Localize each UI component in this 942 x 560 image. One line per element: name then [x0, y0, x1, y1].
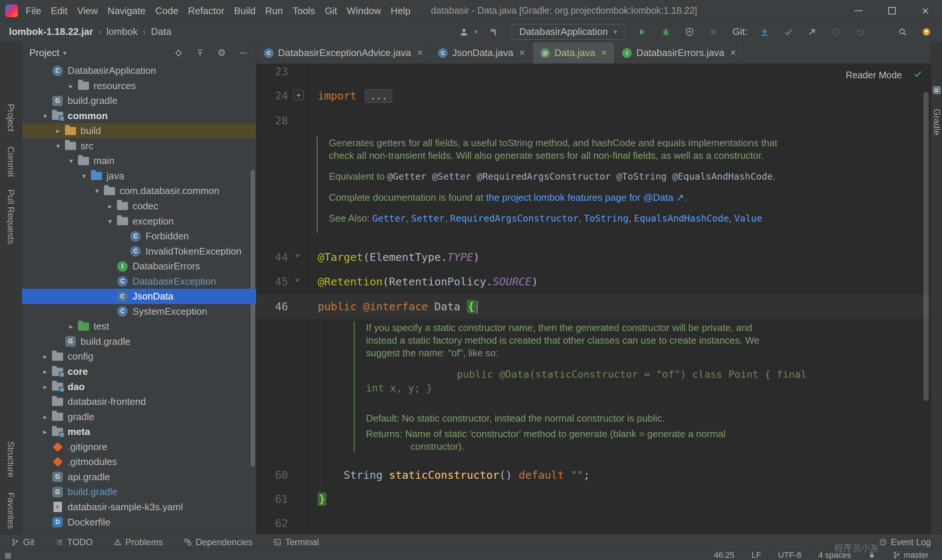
menu-run[interactable]: Run — [260, 0, 288, 22]
breadcrumb-item[interactable]: lombok — [106, 26, 138, 37]
tree-item-test[interactable]: ▸test — [22, 319, 256, 334]
fold-expand-icon[interactable]: + — [294, 90, 303, 100]
hide-icon[interactable]: ─ — [237, 48, 249, 58]
chevron-right-icon[interactable]: ▸ — [39, 383, 51, 391]
doc-link[interactable]: Setter — [411, 213, 445, 224]
tree-item-databasir-frontend[interactable]: databasir-frontend — [22, 394, 256, 409]
tree-item-core[interactable]: ▸core — [22, 364, 256, 379]
code-line-60[interactable]: 60 String staticConstructor() default ""… — [257, 463, 931, 487]
code-line-46[interactable]: 46public @interface Data { — [257, 294, 931, 319]
file-encoding[interactable]: UTF-8 — [778, 550, 801, 560]
collapse-all-icon[interactable] — [194, 48, 206, 58]
menu-edit[interactable]: Edit — [46, 0, 72, 22]
menu-help[interactable]: Help — [386, 0, 415, 22]
commit-icon[interactable] — [782, 25, 795, 39]
caret-position[interactable]: 46:25 — [714, 550, 734, 560]
chevron-right-icon[interactable]: ▸ — [39, 413, 51, 421]
chevron-right-icon[interactable]: ▸ — [104, 202, 116, 211]
close-tab-icon[interactable]: × — [417, 47, 423, 58]
tree-item-build[interactable]: ▸build — [22, 123, 256, 138]
code-line-23[interactable]: 23 — [257, 64, 931, 84]
play-icon[interactable] — [636, 25, 649, 39]
menu-window[interactable]: Window — [342, 0, 386, 22]
tree-item-java[interactable]: ▾java — [22, 168, 256, 184]
tool-window-button-git[interactable]: Git — [11, 537, 34, 548]
breadcrumb-item[interactable]: Data — [151, 26, 171, 37]
settings-icon[interactable]: ⚙ — [216, 48, 227, 58]
tab-databasirexceptionadvice-java[interactable]: CDatabasirExceptionAdvice.java× — [257, 42, 431, 63]
tool-window-button-event-log[interactable]: Event Log — [879, 537, 931, 548]
tree-item-build-gradle[interactable]: Gbuild.gradle — [22, 484, 256, 500]
tree-item-systemexception[interactable]: CSystemException — [22, 304, 256, 319]
tree-item-build-gradle[interactable]: Gbuild.gradle — [22, 93, 256, 108]
chevron-right-icon[interactable]: ▸ — [52, 126, 64, 135]
breadcrumb-item[interactable]: lombok-1.18.22.jar — [9, 26, 93, 37]
stop-icon[interactable] — [706, 25, 720, 39]
vcs-update-icon[interactable] — [758, 25, 771, 39]
project-panel-title[interactable]: Project — [29, 47, 59, 58]
tree-item-codec[interactable]: ▸codec — [22, 198, 256, 214]
tool-window-button-terminal[interactable]: Terminal — [273, 537, 319, 548]
doc-link[interactable]: EqualsAndHashCode — [634, 213, 729, 224]
chevron-down-icon[interactable]: ▾ — [65, 157, 77, 165]
chevron-right-icon[interactable]: ▸ — [39, 352, 51, 361]
reader-mode-label[interactable]: Reader Mode — [846, 70, 902, 80]
tool-window-button-dependencies[interactable]: Dependencies — [184, 537, 252, 548]
chevron-down-icon[interactable]: ▾ — [91, 187, 103, 195]
close-tab-icon[interactable]: × — [730, 47, 736, 58]
code-line-61[interactable]: 61} — [257, 487, 931, 511]
code-line-45[interactable]: 45⌄@Retention(RetentionPolicy.SOURCE) — [257, 269, 931, 294]
tab-jsondata-java[interactable]: CJsonData.java× — [431, 42, 533, 63]
tree-item-dao[interactable]: ▸dao — [22, 379, 256, 394]
code-editor[interactable]: 2324+import ...2844⌄@Target(ElementType.… — [257, 64, 931, 534]
doc-link[interactable]: Getter — [372, 213, 406, 224]
tree-item-gitmodules[interactable]: .gitmodules — [22, 454, 256, 469]
menu-build[interactable]: Build — [229, 0, 260, 22]
tool-window-switcher-icon[interactable]: ▦ — [5, 550, 11, 560]
stripe-button-project[interactable]: Project — [6, 104, 16, 132]
close-tab-icon[interactable]: × — [601, 47, 607, 58]
code-line-24[interactable]: 24+import ... — [257, 83, 931, 108]
chevron-right-icon[interactable]: ▸ — [65, 322, 77, 331]
stripe-button-favorites[interactable]: Favorites — [6, 492, 16, 529]
tree-item-meta[interactable]: ▸meta — [22, 424, 256, 439]
tree-item-databasirerrors[interactable]: IDatabasirErrors — [22, 258, 256, 274]
fold-collapse-icon[interactable]: ⌄ — [295, 272, 300, 283]
maximize-button[interactable] — [875, 0, 908, 22]
code-line-62[interactable]: 62 — [257, 511, 931, 534]
tree-item-gitignore[interactable]: .gitignore — [22, 439, 256, 455]
tree-item-gradle[interactable]: ▸gradle — [22, 409, 256, 425]
chevron-down-icon[interactable]: ▾ — [52, 142, 64, 150]
doc-link[interactable]: RequiredArgsConstructor — [450, 213, 579, 224]
menu-navigate[interactable]: Navigate — [103, 0, 151, 22]
tree-item-dockerfile[interactable]: DDockerfile — [22, 515, 256, 530]
push-icon[interactable] — [805, 25, 819, 39]
tree-item-com-databasir-common[interactable]: ▾com.databasir.common — [22, 183, 256, 198]
menu-tools[interactable]: Tools — [288, 0, 320, 22]
tree-item-databasirexception[interactable]: CDatabasirException — [22, 274, 256, 289]
gradle-icon[interactable]: G — [933, 86, 941, 94]
history-icon[interactable] — [829, 25, 842, 39]
inspections-ok-icon[interactable] — [913, 69, 923, 78]
tool-window-button-problems[interactable]: Problems — [114, 537, 163, 548]
menu-refactor[interactable]: Refactor — [183, 0, 229, 22]
chevron-down-icon[interactable]: ▾ — [78, 172, 90, 180]
tree-item-databasir-sample-k3s-yaml[interactable]: Ydatabasir-sample-k3s.yaml — [22, 500, 256, 515]
minimize-button[interactable] — [842, 0, 875, 22]
menu-git[interactable]: Git — [320, 0, 342, 22]
tree-item-src[interactable]: ▾src — [22, 138, 256, 154]
tab-databasirerrors-java[interactable]: IDatabasirErrors.java× — [615, 42, 744, 63]
tree-item-resources[interactable]: ▸resources — [22, 78, 256, 94]
doc-link[interactable]: Value — [734, 213, 762, 224]
coverage-icon[interactable] — [683, 25, 696, 39]
doc-link[interactable]: ToString — [584, 213, 628, 224]
tree-item-config[interactable]: ▸config — [22, 349, 256, 364]
git-branch-widget[interactable]: master — [893, 550, 929, 560]
user-icon[interactable] — [457, 25, 471, 39]
editor-scrollbar[interactable] — [924, 92, 929, 401]
update-icon[interactable] — [920, 25, 933, 39]
tree-item-invalidtokenexception[interactable]: CInvalidTokenException — [22, 244, 256, 259]
tree-item-common[interactable]: ▾common — [22, 108, 256, 123]
tree-item-main[interactable]: ▾main — [22, 153, 256, 168]
run-configuration-select[interactable]: DatabasirApplication▾ — [511, 24, 625, 40]
